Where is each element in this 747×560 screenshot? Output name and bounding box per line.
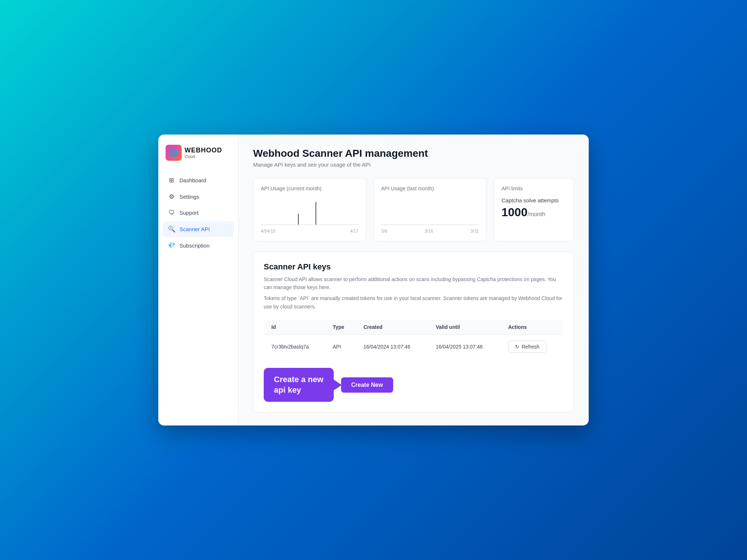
create-new-button[interactable]: Create New (341, 377, 393, 393)
chart-last-area: 3/8 3/16 3/31 (381, 197, 479, 234)
sidebar-nav: ⊞ Dashboard ⚙ Settings 🗨 Support 🔍 Scann… (158, 170, 238, 426)
logo: 🌐 WEBHOOD Cloud (158, 135, 238, 170)
sidebar-item-label: Scanner API (179, 226, 210, 232)
col-header-valid: Valid until (429, 320, 501, 335)
row-actions: ↻ Refresh (501, 335, 563, 359)
col-header-type: Type (325, 320, 356, 335)
app-window: 🌐 WEBHOOD Cloud ⊞ Dashboard ⚙ Settings 🗨… (158, 135, 589, 426)
sidebar: 🌐 WEBHOOD Cloud ⊞ Dashboard ⚙ Settings 🗨… (158, 135, 239, 426)
logo-icon: 🌐 (166, 145, 182, 161)
table-head: Id Type Created Valid until Actions (264, 320, 564, 335)
logo-sub: Cloud (185, 154, 222, 159)
row-created: 16/04/2024 13:07:46 (356, 335, 428, 359)
logo-name: WEBHOOD (185, 147, 222, 153)
sidebar-item-label: Settings (179, 194, 199, 200)
table-header-row: Id Type Created Valid until Actions (264, 320, 564, 335)
chart-x-label: 3/8 (381, 229, 387, 234)
chart-last-month: API Usage (last month) 3/8 3/16 3/31 (374, 178, 487, 241)
scanner-api-icon: 🔍 (168, 225, 175, 233)
sidebar-item-label: Support (179, 210, 199, 216)
subscription-icon: 💎 (168, 242, 175, 249)
chart-bar-1 (298, 214, 299, 225)
sidebar-item-support[interactable]: 🗨 Support (163, 205, 234, 221)
support-icon: 🗨 (168, 209, 175, 217)
row-type: API (325, 335, 356, 359)
sidebar-item-scanner-api[interactable]: 🔍 Scanner API (163, 221, 234, 237)
row-id: 7cr3btv2baslq7a (264, 335, 326, 359)
sidebar-item-subscription[interactable]: 💎 Subscription (163, 238, 234, 253)
row-valid-until: 16/04/2025 13:07:46 (429, 335, 501, 359)
limits-value: 1000 (502, 206, 527, 219)
refresh-icon: ↻ (515, 344, 519, 350)
limits-unit: /month (527, 211, 545, 217)
callout-box: Create a newapi key (264, 368, 334, 402)
table-row: 7cr3btv2baslq7a API 16/04/2024 13:07:46 … (264, 335, 564, 359)
table-body: 7cr3btv2baslq7a API 16/04/2024 13:07:46 … (264, 335, 564, 359)
page-title: Webhood Scanner API management (253, 148, 574, 159)
refresh-button[interactable]: ↻ Refresh (508, 341, 546, 353)
main-content: Webhood Scanner API management Manage AP… (239, 135, 589, 426)
sidebar-item-dashboard[interactable]: ⊞ Dashboard (163, 172, 234, 188)
api-keys-section: Scanner API keys Scanner Cloud API allow… (253, 252, 574, 413)
col-header-actions: Actions (501, 320, 563, 335)
settings-icon: ⚙ (168, 193, 175, 201)
api-keys-table: Id Type Created Valid until Actions 7cr3… (264, 319, 564, 359)
chart-x-label: 3/16 (425, 229, 433, 234)
chart-x-label: 4/10 (267, 229, 275, 234)
chart-bar-2 (316, 202, 316, 225)
bottom-area: Create a newapi key Create New (264, 368, 564, 402)
sidebar-item-label: Dashboard (179, 177, 206, 183)
chart-x-label: 4/17 (350, 229, 359, 234)
section-desc: Scanner Cloud API allows scanner to perf… (264, 275, 564, 292)
chart-last-x-labels: 3/8 3/16 3/31 (381, 229, 479, 234)
charts-row: API Usage (current month) 4/5 4/10 4/17 (253, 178, 574, 241)
api-limits-card: API limits Captcha solve attempts 1000/m… (494, 178, 574, 241)
chart-current-month: API Usage (current month) 4/5 4/10 4/17 (253, 178, 366, 241)
dashboard-icon: ⊞ (168, 176, 175, 184)
section-desc2: Tokens of type `API` are manually create… (264, 294, 564, 311)
limits-title: Captcha solve attempts (502, 197, 566, 203)
logo-emoji: 🌐 (169, 148, 178, 157)
col-header-created: Created (356, 320, 428, 335)
chart-last-label: API Usage (last month) (381, 186, 479, 191)
refresh-label: Refresh (522, 344, 539, 350)
page-subtitle: Manage API keys and see your usage of th… (253, 162, 574, 168)
chart-x-labels: 4/5 4/10 4/17 (261, 229, 359, 234)
section-title: Scanner API keys (264, 262, 564, 272)
api-limits-label: API limits (502, 186, 566, 191)
chart-current-label: API Usage (current month) (261, 186, 359, 191)
chart-baseline (261, 225, 359, 225)
sidebar-item-label: Subscription (179, 242, 210, 249)
chart-x-label: 4/5 (261, 229, 267, 234)
chart-baseline-2 (381, 225, 479, 225)
col-header-id: Id (264, 320, 326, 335)
chart-x-label: 3/31 (471, 229, 479, 234)
sidebar-item-settings[interactable]: ⚙ Settings (163, 189, 234, 205)
chart-current-area: 4/5 4/10 4/17 (261, 197, 359, 234)
